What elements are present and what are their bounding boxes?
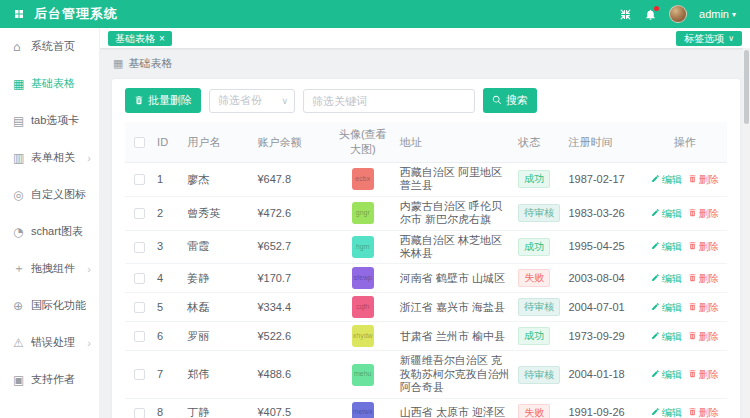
- user-avatar-image[interactable]: sfewp: [352, 267, 374, 289]
- sidebar-item-form[interactable]: ▥表单相关›: [0, 139, 99, 176]
- table-icon: ▦: [113, 57, 123, 70]
- user-avatar-image[interactable]: ecbx: [352, 168, 374, 190]
- chevron-down-icon: ▾: [732, 10, 736, 19]
- trash-icon: [688, 302, 697, 314]
- bell-icon[interactable]: [644, 8, 657, 21]
- user-avatar-image[interactable]: mehu: [352, 364, 374, 386]
- edit-button[interactable]: 编辑: [651, 331, 682, 343]
- sidebar-item-table[interactable]: ▦基础表格: [0, 65, 99, 102]
- delete-button[interactable]: 删除: [688, 331, 719, 343]
- delete-button[interactable]: 删除: [688, 174, 719, 186]
- batch-delete-button[interactable]: 批量删除: [125, 88, 201, 113]
- cell-username: 丁静: [183, 398, 253, 418]
- user-avatar[interactable]: [669, 5, 687, 23]
- edit-button[interactable]: 编辑: [651, 369, 682, 381]
- delete-button[interactable]: 删除: [688, 241, 719, 253]
- sidebar-item-error[interactable]: ⚠错误处理›: [0, 324, 99, 361]
- row-checkbox[interactable]: [134, 408, 145, 418]
- table-row: 1廖杰¥647.8ecbx西藏自治区 阿里地区 普兰县成功1987-02-17编…: [125, 163, 727, 197]
- sidebar-item-drag[interactable]: ＋拖拽组件›: [0, 250, 99, 287]
- user-avatar-image[interactable]: melwk: [352, 402, 374, 418]
- select-all-checkbox[interactable]: [134, 137, 145, 148]
- cell-register-date: 1991-09-26: [564, 398, 642, 418]
- cell-id: 4: [153, 264, 183, 293]
- cell-address: 新疆维吾尔自治区 克孜勒苏柯尔克孜自治州 阿合奇县: [396, 351, 514, 398]
- delete-button[interactable]: 删除: [688, 407, 719, 418]
- cell-username: 雷霞: [183, 230, 253, 264]
- chevron-right-icon: ›: [87, 263, 91, 275]
- user-avatar-image[interactable]: cqfh: [352, 296, 374, 318]
- main-area: 基础表格 × 标签选项 ∨ ▦ 基础表格 批量删除: [100, 28, 750, 418]
- cell-balance: ¥488.6: [253, 351, 329, 398]
- user-avatar-image[interactable]: gngr: [352, 202, 374, 224]
- user-menu[interactable]: admin ▾: [699, 8, 736, 20]
- status-badge: 失败: [518, 269, 550, 287]
- table-row: 6罗丽¥522.6xhydw甘肃省 兰州市 榆中县成功1973-09-29编辑删…: [125, 322, 727, 351]
- chart-icon: ◔: [13, 225, 31, 239]
- warning-icon: ⚠: [13, 336, 31, 350]
- sidebar-item-label: 拖拽组件: [31, 261, 75, 276]
- cell-id: 8: [153, 398, 183, 418]
- province-select[interactable]: 筛选省份 ∨: [209, 89, 295, 113]
- sidebar-item-label: 系统首页: [31, 39, 75, 54]
- column-header-status: 状态: [514, 122, 564, 163]
- delete-button[interactable]: 删除: [688, 208, 719, 220]
- sidebar-item-i18n[interactable]: ⊕国际化功能: [0, 287, 99, 324]
- edit-button[interactable]: 编辑: [651, 174, 682, 186]
- cell-username: 郑伟: [183, 351, 253, 398]
- edit-button[interactable]: 编辑: [651, 208, 682, 220]
- close-icon[interactable]: ×: [159, 31, 165, 46]
- row-checkbox[interactable]: [134, 273, 145, 284]
- trash-icon: [688, 241, 697, 253]
- delete-button[interactable]: 删除: [688, 302, 719, 314]
- sidebar-item-label: 国际化功能: [31, 298, 86, 313]
- edit-button[interactable]: 编辑: [651, 241, 682, 253]
- edit-icon: [651, 407, 660, 418]
- table-row: 4姜静¥170.7sfewp河南省 鹤壁市 山城区失败2003-08-04编辑删…: [125, 264, 727, 293]
- sidebar-item-charts[interactable]: ◔schart图表: [0, 213, 99, 250]
- scrollbar-thumb[interactable]: [744, 50, 749, 124]
- row-checkbox[interactable]: [134, 369, 145, 380]
- status-badge: 成功: [518, 327, 550, 345]
- keyword-input[interactable]: [303, 89, 475, 113]
- status-badge: 成功: [518, 170, 550, 188]
- cell-balance: ¥472.6: [253, 196, 329, 230]
- grid-icon[interactable]: [13, 8, 25, 20]
- row-checkbox[interactable]: [134, 242, 145, 253]
- sidebar-item-icons[interactable]: ◎自定义图标: [0, 176, 99, 213]
- sidebar-item-donate[interactable]: ▣支持作者: [0, 361, 99, 398]
- row-checkbox[interactable]: [134, 174, 145, 185]
- edit-button[interactable]: 编辑: [651, 273, 682, 285]
- data-table: ID 用户名 账户余额 头像(查看大图) 地址 状态 注册时间 操作 1廖杰¥6…: [125, 122, 727, 418]
- trash-icon: [688, 208, 697, 220]
- circle-icon: ◎: [13, 188, 31, 202]
- user-avatar-image[interactable]: hgm: [352, 236, 374, 258]
- table-icon: ▦: [13, 77, 31, 91]
- sidebar-item-home[interactable]: ⌂系统首页: [0, 28, 99, 65]
- tab-options-button[interactable]: 标签选项 ∨: [676, 31, 742, 46]
- row-checkbox[interactable]: [134, 302, 145, 313]
- fullscreen-icon[interactable]: [619, 8, 632, 21]
- tab-bar: 基础表格 × 标签选项 ∨: [100, 28, 750, 48]
- sidebar-item-label: tab选项卡: [31, 113, 79, 128]
- column-header-date: 注册时间: [564, 122, 642, 163]
- tab-basic-table[interactable]: 基础表格 ×: [108, 31, 172, 46]
- scrollbar-track[interactable]: [743, 48, 750, 418]
- sidebar: ⌂系统首页▦基础表格▤tab选项卡▥表单相关›◎自定义图标◔schart图表＋拖…: [0, 28, 100, 418]
- delete-button[interactable]: 删除: [688, 273, 719, 285]
- content-area: ▦ 基础表格 批量删除 筛选省份 ∨: [100, 48, 750, 418]
- row-checkbox[interactable]: [134, 208, 145, 219]
- search-button[interactable]: 搜索: [483, 88, 537, 113]
- row-checkbox[interactable]: [134, 331, 145, 342]
- delete-button[interactable]: 删除: [688, 369, 719, 381]
- edit-icon: [651, 273, 660, 285]
- column-header-balance: 账户余额: [253, 122, 329, 163]
- table-row: 5林磊¥334.4cqfh浙江省 嘉兴市 海盐县待审核2004-07-01编辑删…: [125, 293, 727, 322]
- cell-register-date: 2003-08-04: [564, 264, 642, 293]
- breadcrumb: ▦ 基础表格: [113, 56, 740, 71]
- sidebar-item-tabs[interactable]: ▤tab选项卡: [0, 102, 99, 139]
- edit-button[interactable]: 编辑: [651, 407, 682, 418]
- edit-button[interactable]: 编辑: [651, 302, 682, 314]
- user-avatar-image[interactable]: xhydw: [352, 325, 374, 347]
- cell-register-date: 2004-07-01: [564, 293, 642, 322]
